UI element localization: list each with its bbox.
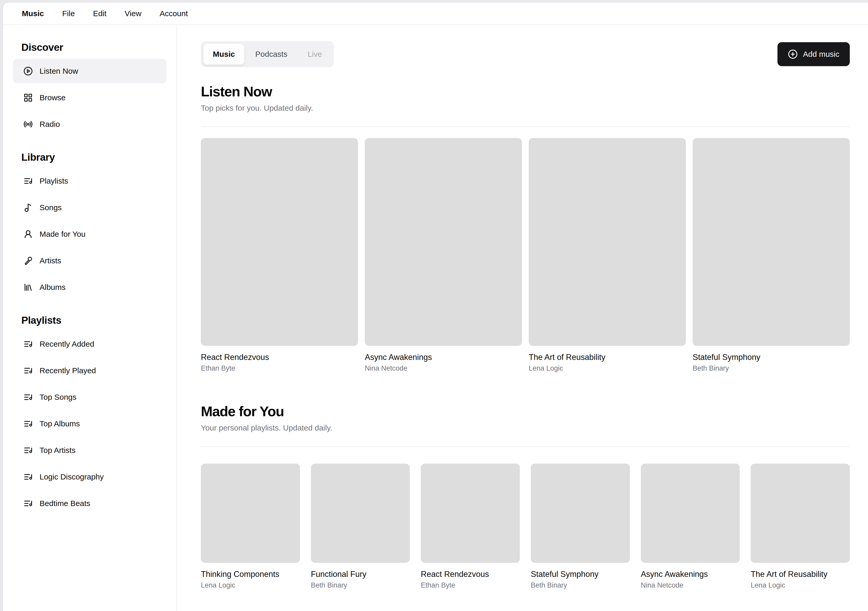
sidebar-section-title: Discover (21, 42, 166, 53)
add-music-button[interactable]: Add music (777, 42, 850, 66)
sidebar-section: Playlists Recently Added Recently Played… (13, 315, 166, 516)
album-title: Stateful Symphony (531, 570, 630, 579)
microphone-icon (23, 256, 33, 265)
listen-now-grid: React Rendezvous Ethan Byte Async Awaken… (201, 138, 850, 372)
tab-podcasts[interactable]: Podcasts (246, 44, 297, 65)
album-title: React Rendezvous (201, 353, 358, 362)
tabs-list: MusicPodcastsLive (201, 41, 334, 67)
main-content: MusicPodcastsLive Add music Listen Now T… (177, 25, 868, 611)
app-body: Discover Listen Now Browse Radio Library… (3, 25, 868, 611)
sidebar-item-top-albums[interactable]: Top Albums (13, 412, 166, 436)
radio-icon (23, 120, 33, 129)
menu-item-account[interactable]: Account (152, 5, 196, 22)
album-art[interactable] (529, 138, 686, 346)
menu-item-edit[interactable]: Edit (85, 5, 114, 22)
album-artist: Nina Netcode (641, 581, 740, 589)
list-music-icon (23, 499, 33, 508)
menu-item-file[interactable]: File (54, 5, 82, 22)
list-music-icon (23, 366, 33, 375)
sidebar-item-recently-added[interactable]: Recently Added (13, 332, 166, 356)
album-artist: Lena Logic (529, 364, 686, 372)
sidebar-item-top-artists[interactable]: Top Artists (13, 438, 166, 463)
sidebar-item-made-for-you[interactable]: Made for You (13, 222, 166, 246)
library-icon (23, 283, 33, 292)
sidebar-item-recently-played[interactable]: Recently Played (13, 358, 166, 383)
sidebar-item-bedtime-beats[interactable]: Bedtime Beats (13, 491, 166, 516)
menu-item-view[interactable]: View (117, 5, 149, 22)
album-title: Async Awakenings (365, 353, 522, 362)
sidebar-section: Library Playlists Songs Made for You Art… (13, 152, 166, 300)
main-header: MusicPodcastsLive Add music (201, 41, 850, 67)
music-note-icon (23, 203, 33, 212)
album-art[interactable] (201, 138, 358, 346)
separator (201, 127, 850, 127)
album-card: Stateful Symphony Beth Binary (531, 463, 630, 589)
section-title-listen-now: Listen Now (201, 83, 850, 100)
sidebar-item-label: Listen Now (40, 67, 78, 76)
sidebar-item-label: Playlists (40, 177, 68, 185)
sidebar-item-radio[interactable]: Radio (13, 112, 166, 137)
album-artist: Lena Logic (201, 581, 300, 589)
album-title: Stateful Symphony (693, 353, 850, 362)
album-art[interactable] (693, 138, 850, 346)
sidebar-section: Discover Listen Now Browse Radio (13, 42, 166, 137)
album-artist: Nina Netcode (365, 364, 522, 372)
album-artist: Ethan Byte (421, 581, 520, 589)
sidebar-item-label: Top Songs (40, 393, 76, 402)
album-art[interactable] (365, 138, 522, 346)
plus-circle-icon (788, 49, 798, 59)
album-artist: Beth Binary (693, 364, 850, 372)
album-card: React Rendezvous Ethan Byte (421, 463, 520, 589)
album-artist: Beth Binary (311, 581, 410, 589)
separator (201, 446, 850, 447)
sidebar-section-title: Playlists (21, 315, 166, 326)
album-art[interactable] (531, 463, 630, 563)
album-card: The Art of Reusability Lena Logic (751, 463, 850, 589)
made-for-you-grid: Thinking Components Lena Logic Functiona… (201, 463, 850, 589)
sidebar: Discover Listen Now Browse Radio Library… (3, 25, 177, 611)
album-art[interactable] (751, 463, 850, 563)
album-art[interactable] (311, 463, 410, 563)
album-card: Stateful Symphony Beth Binary (693, 138, 850, 372)
tab-music[interactable]: Music (203, 44, 244, 65)
sidebar-item-label: Recently Played (40, 366, 96, 375)
menubar: MusicFileEditViewAccount (3, 3, 868, 25)
album-card: The Art of Reusability Lena Logic (529, 138, 686, 372)
sidebar-item-label: Radio (40, 120, 60, 129)
user-icon (23, 229, 33, 239)
sidebar-item-label: Made for You (40, 230, 85, 239)
sidebar-item-songs[interactable]: Songs (13, 195, 166, 220)
album-title: Functional Fury (311, 570, 410, 579)
tab-live: Live (298, 44, 331, 65)
sidebar-item-albums[interactable]: Albums (13, 275, 166, 300)
play-circle-icon (23, 67, 33, 76)
sidebar-item-artists[interactable]: Artists (13, 249, 166, 273)
album-artist: Lena Logic (751, 581, 850, 589)
sidebar-item-label: Recently Added (40, 340, 94, 348)
album-art[interactable] (641, 463, 740, 563)
list-music-icon (23, 472, 33, 482)
list-music-icon (23, 419, 33, 428)
layout-grid-icon (23, 93, 33, 103)
menu-item-music[interactable]: Music (14, 5, 52, 22)
album-card: React Rendezvous Ethan Byte (201, 138, 358, 372)
album-art[interactable] (421, 463, 520, 563)
sidebar-item-listen-now[interactable]: Listen Now (13, 59, 166, 83)
section-subtitle-listen-now: Top picks for you. Updated daily. (201, 104, 850, 112)
list-music-icon (23, 446, 33, 455)
album-artist: Ethan Byte (201, 364, 358, 372)
sidebar-section-title: Library (21, 152, 166, 163)
album-title: The Art of Reusability (751, 570, 850, 579)
section-subtitle-made-for-you: Your personal playlists. Updated daily. (201, 423, 850, 432)
album-art[interactable] (201, 463, 300, 563)
add-music-label: Add music (803, 50, 839, 59)
album-artist: Beth Binary (531, 581, 630, 589)
sidebar-item-top-songs[interactable]: Top Songs (13, 385, 166, 409)
album-title: The Art of Reusability (529, 353, 686, 362)
sidebar-item-playlists[interactable]: Playlists (13, 169, 166, 193)
album-title: Async Awakenings (641, 570, 740, 579)
album-title: React Rendezvous (421, 570, 520, 579)
sidebar-item-logic-discography[interactable]: Logic Discography (13, 465, 166, 489)
album-card: Functional Fury Beth Binary (311, 463, 410, 589)
sidebar-item-browse[interactable]: Browse (13, 86, 166, 110)
